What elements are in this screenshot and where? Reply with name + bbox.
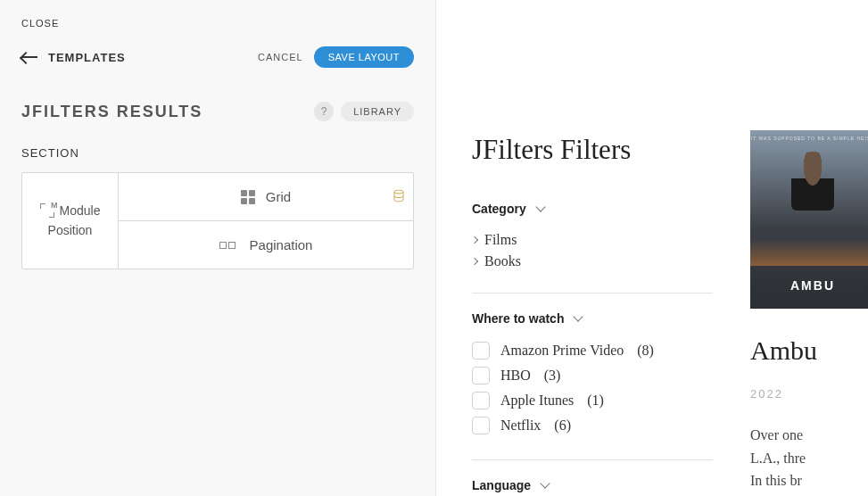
poster-figure <box>791 152 834 211</box>
chevron-down-icon <box>574 311 583 321</box>
pagination-icon <box>219 241 239 250</box>
row-grid-label: Grid <box>266 189 291 204</box>
filter-group-language: Language <box>472 478 713 496</box>
rows-area: Grid Pagination <box>119 173 413 269</box>
header-actions: CANCEL SAVE LAYOUT <box>258 46 414 68</box>
row-pagination-label: Pagination <box>250 237 313 252</box>
svg-point-0 <box>394 190 403 194</box>
movie-description: Over one L.A., thre In this br director- <box>750 424 868 496</box>
where-option-itunes[interactable]: Apple Itunes (1) <box>472 392 713 409</box>
category-item-books[interactable]: Books <box>472 253 713 269</box>
templates-header-row: TEMPLATES CANCEL SAVE LAYOUT <box>0 37 435 89</box>
page-title: JFILTERS RESULTS <box>21 103 203 121</box>
poster-skyline <box>750 239 868 266</box>
chevron-right-icon <box>471 236 478 244</box>
where-option-label: Amazon Prime Video <box>500 343 624 359</box>
filter-header-where[interactable]: Where to watch <box>472 311 713 326</box>
where-label: Where to watch <box>472 311 564 326</box>
editor-left-panel: CLOSE TEMPLATES CANCEL SAVE LAYOUT JFILT… <box>0 0 436 496</box>
chevron-down-icon <box>535 202 545 211</box>
poster-title-text: AMBU <box>750 278 868 293</box>
where-option-label: Netflix <box>500 417 541 434</box>
poster-tagline: IT WAS SUPPOSED TO BE A SIMPLE HEIST <box>750 136 868 141</box>
filters-title: JFilters Filters <box>472 134 713 166</box>
desc-line: In this br <box>750 469 868 492</box>
where-option-netflix[interactable]: Netflix (6) <box>472 417 713 434</box>
row-pagination[interactable]: Pagination <box>119 220 413 269</box>
close-button[interactable]: CLOSE <box>0 0 435 37</box>
desc-line: Over one <box>750 424 868 447</box>
arrow-left-icon <box>21 56 37 58</box>
where-option-count: (8) <box>637 343 654 359</box>
desc-line: director- <box>750 492 868 496</box>
chevron-down-icon <box>540 478 550 488</box>
where-option-count: (3) <box>544 368 561 384</box>
movie-detail-area: IT WAS SUPPOSED TO BE A SIMPLE HEIST AMB… <box>713 0 868 496</box>
title-row: JFILTERS RESULTS ? LIBRARY <box>0 89 435 143</box>
module-position-icon: M <box>40 203 54 218</box>
movie-year: 2022 <box>750 387 868 401</box>
cancel-button[interactable]: CANCEL <box>258 52 303 62</box>
where-option-label: Apple Itunes <box>500 393 574 409</box>
module-position-cell[interactable]: M Module Position <box>22 173 119 269</box>
desc-line: L.A., thre <box>750 447 868 470</box>
filter-group-where: Where to watch Amazon Prime Video (8) HB… <box>472 311 713 460</box>
where-option-count: (6) <box>554 417 571 434</box>
movie-title[interactable]: Ambu <box>750 335 868 366</box>
category-item-label: Films <box>484 232 517 248</box>
filter-group-category: Category Films Books <box>472 202 713 293</box>
filter-header-category[interactable]: Category <box>472 202 713 216</box>
preview-right-panel: JFilters Filters Category Films Books Wh… <box>436 0 868 496</box>
category-item-label: Books <box>484 253 521 269</box>
templates-back-link[interactable]: TEMPLATES <box>21 51 126 64</box>
checkbox-icon[interactable] <box>472 367 490 384</box>
category-item-films[interactable]: Films <box>472 232 713 248</box>
checkbox-icon[interactable] <box>472 392 490 409</box>
section-layout-box: M Module Position Grid Pagination <box>21 172 414 269</box>
database-icon[interactable] <box>393 189 404 204</box>
grid-icon <box>241 190 255 204</box>
where-option-label: HBO <box>500 368 531 384</box>
save-layout-button[interactable]: SAVE LAYOUT <box>314 46 414 68</box>
checkbox-icon[interactable] <box>472 342 490 360</box>
filter-header-language[interactable]: Language <box>472 478 713 492</box>
library-button[interactable]: LIBRARY <box>341 102 414 121</box>
templates-label: TEMPLATES <box>48 51 126 64</box>
language-label: Language <box>472 478 531 492</box>
where-option-prime[interactable]: Amazon Prime Video (8) <box>472 342 713 360</box>
title-actions: ? LIBRARY <box>314 102 414 121</box>
where-option-hbo[interactable]: HBO (3) <box>472 367 713 384</box>
movie-poster[interactable]: IT WAS SUPPOSED TO BE A SIMPLE HEIST AMB… <box>750 130 868 309</box>
filters-area: JFilters Filters Category Films Books Wh… <box>436 0 713 496</box>
help-button[interactable]: ? <box>314 102 334 121</box>
category-label: Category <box>472 202 526 216</box>
chevron-right-icon <box>471 258 478 265</box>
section-label: SECTION <box>0 143 435 172</box>
checkbox-icon[interactable] <box>472 417 490 434</box>
row-grid[interactable]: Grid <box>119 173 413 220</box>
where-option-count: (1) <box>587 393 604 409</box>
